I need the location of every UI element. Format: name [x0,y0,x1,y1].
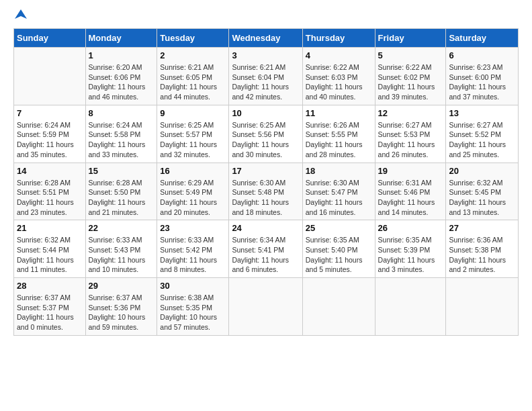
calendar-cell: 2Sunrise: 6:21 AMSunset: 6:05 PMDaylight… [157,48,229,105]
calendar-cell: 14Sunrise: 6:28 AMSunset: 5:51 PMDayligh… [14,163,86,220]
header-thursday: Thursday [302,29,375,48]
day-info: Sunrise: 6:20 AMSunset: 6:06 PMDaylight:… [89,62,154,102]
day-info: Sunrise: 6:23 AMSunset: 6:00 PMDaylight:… [449,62,515,102]
calendar-cell: 4Sunrise: 6:22 AMSunset: 6:03 PMDaylight… [302,48,375,105]
calendar-cell: 26Sunrise: 6:35 AMSunset: 5:39 PMDayligh… [375,220,446,278]
day-info: Sunrise: 6:34 AMSunset: 5:41 PMDaylight:… [232,235,299,275]
svg-marker-0 [15,9,27,19]
day-info: Sunrise: 6:35 AMSunset: 5:39 PMDaylight:… [378,235,443,275]
day-info: Sunrise: 6:30 AMSunset: 5:47 PMDaylight:… [306,178,372,218]
calendar-cell [229,278,302,336]
calendar-cell: 28Sunrise: 6:37 AMSunset: 5:37 PMDayligh… [14,278,86,336]
day-number: 27 [449,223,515,233]
day-number: 25 [306,223,372,233]
calendar-week-row: 21Sunrise: 6:32 AMSunset: 5:44 PMDayligh… [14,220,519,278]
calendar-week-row: 1Sunrise: 6:20 AMSunset: 6:06 PMDaylight… [14,48,519,105]
day-info: Sunrise: 6:33 AMSunset: 5:43 PMDaylight:… [89,235,154,275]
page-header [13,13,519,21]
day-number: 22 [89,223,154,233]
day-number: 11 [306,108,372,118]
day-info: Sunrise: 6:32 AMSunset: 5:44 PMDaylight:… [17,235,83,275]
calendar-week-row: 28Sunrise: 6:37 AMSunset: 5:37 PMDayligh… [14,278,519,336]
day-info: Sunrise: 6:37 AMSunset: 5:36 PMDaylight:… [89,293,154,332]
header-sunday: Sunday [14,29,86,48]
calendar-cell: 12Sunrise: 6:27 AMSunset: 5:53 PMDayligh… [375,105,446,163]
day-info: Sunrise: 6:21 AMSunset: 6:05 PMDaylight:… [160,62,226,102]
day-info: Sunrise: 6:27 AMSunset: 5:52 PMDaylight:… [449,120,515,160]
day-number: 24 [232,223,299,233]
header-friday: Friday [375,29,446,48]
day-number: 30 [160,281,226,291]
header-wednesday: Wednesday [229,29,302,48]
day-number: 2 [160,50,226,60]
calendar-cell [375,278,446,336]
day-number: 19 [378,166,443,176]
day-number: 6 [449,50,515,60]
calendar-cell: 17Sunrise: 6:30 AMSunset: 5:48 PMDayligh… [229,163,302,220]
day-info: Sunrise: 6:35 AMSunset: 5:40 PMDaylight:… [306,235,372,275]
header-saturday: Saturday [446,29,519,48]
day-info: Sunrise: 6:26 AMSunset: 5:55 PMDaylight:… [306,120,372,160]
calendar-cell: 27Sunrise: 6:36 AMSunset: 5:38 PMDayligh… [446,220,519,278]
calendar-week-row: 7Sunrise: 6:24 AMSunset: 5:59 PMDaylight… [14,105,519,163]
calendar-cell: 18Sunrise: 6:30 AMSunset: 5:47 PMDayligh… [302,163,375,220]
day-number: 9 [160,108,226,118]
logo-text [13,13,27,21]
day-info: Sunrise: 6:22 AMSunset: 6:02 PMDaylight:… [378,62,443,102]
calendar-cell: 9Sunrise: 6:25 AMSunset: 5:57 PMDaylight… [157,105,229,163]
calendar-cell: 11Sunrise: 6:26 AMSunset: 5:55 PMDayligh… [302,105,375,163]
calendar-cell: 1Sunrise: 6:20 AMSunset: 6:06 PMDaylight… [85,48,157,105]
day-info: Sunrise: 6:22 AMSunset: 6:03 PMDaylight:… [306,62,372,102]
day-info: Sunrise: 6:27 AMSunset: 5:53 PMDaylight:… [378,120,443,160]
calendar-cell [14,48,86,105]
calendar-cell: 21Sunrise: 6:32 AMSunset: 5:44 PMDayligh… [14,220,86,278]
day-info: Sunrise: 6:32 AMSunset: 5:45 PMDaylight:… [449,178,515,218]
calendar-cell: 29Sunrise: 6:37 AMSunset: 5:36 PMDayligh… [85,278,157,336]
calendar-cell [446,278,519,336]
day-info: Sunrise: 6:24 AMSunset: 5:58 PMDaylight:… [89,120,154,160]
calendar-cell: 20Sunrise: 6:32 AMSunset: 5:45 PMDayligh… [446,163,519,220]
day-number: 17 [232,166,299,176]
calendar-cell: 19Sunrise: 6:31 AMSunset: 5:46 PMDayligh… [375,163,446,220]
calendar-cell: 22Sunrise: 6:33 AMSunset: 5:43 PMDayligh… [85,220,157,278]
day-number: 5 [378,50,443,60]
day-info: Sunrise: 6:38 AMSunset: 5:35 PMDaylight:… [160,293,226,332]
calendar-cell [302,278,375,336]
day-number: 18 [306,166,372,176]
calendar-cell: 8Sunrise: 6:24 AMSunset: 5:58 PMDaylight… [85,105,157,163]
day-number: 16 [160,166,226,176]
day-number: 8 [89,108,154,118]
day-info: Sunrise: 6:28 AMSunset: 5:50 PMDaylight:… [89,178,154,218]
day-number: 4 [306,50,372,60]
calendar-cell: 30Sunrise: 6:38 AMSunset: 5:35 PMDayligh… [157,278,229,336]
day-number: 29 [89,281,154,291]
day-number: 13 [449,108,515,118]
calendar-header-row: SundayMondayTuesdayWednesdayThursdayFrid… [14,29,519,48]
calendar-cell: 10Sunrise: 6:25 AMSunset: 5:56 PMDayligh… [229,105,302,163]
day-info: Sunrise: 6:24 AMSunset: 5:59 PMDaylight:… [17,120,83,160]
header-monday: Monday [85,29,157,48]
day-info: Sunrise: 6:33 AMSunset: 5:42 PMDaylight:… [160,235,226,275]
calendar-cell: 16Sunrise: 6:29 AMSunset: 5:49 PMDayligh… [157,163,229,220]
day-number: 23 [160,223,226,233]
calendar-cell: 23Sunrise: 6:33 AMSunset: 5:42 PMDayligh… [157,220,229,278]
calendar-cell: 25Sunrise: 6:35 AMSunset: 5:40 PMDayligh… [302,220,375,278]
calendar-cell: 15Sunrise: 6:28 AMSunset: 5:50 PMDayligh… [85,163,157,220]
day-info: Sunrise: 6:36 AMSunset: 5:38 PMDaylight:… [449,235,515,275]
calendar-table: SundayMondayTuesdayWednesdayThursdayFrid… [13,28,519,336]
day-number: 20 [449,166,515,176]
day-number: 10 [232,108,299,118]
day-number: 1 [89,50,154,60]
day-info: Sunrise: 6:25 AMSunset: 5:56 PMDaylight:… [232,120,299,160]
day-info: Sunrise: 6:29 AMSunset: 5:49 PMDaylight:… [160,178,226,218]
day-number: 14 [17,166,83,176]
logo [13,13,27,21]
day-number: 15 [89,166,154,176]
day-number: 12 [378,108,443,118]
day-info: Sunrise: 6:37 AMSunset: 5:37 PMDaylight:… [17,293,83,332]
header-tuesday: Tuesday [157,29,229,48]
day-number: 28 [17,281,83,291]
day-info: Sunrise: 6:30 AMSunset: 5:48 PMDaylight:… [232,178,299,218]
calendar-cell: 5Sunrise: 6:22 AMSunset: 6:02 PMDaylight… [375,48,446,105]
day-info: Sunrise: 6:31 AMSunset: 5:46 PMDaylight:… [378,178,443,218]
